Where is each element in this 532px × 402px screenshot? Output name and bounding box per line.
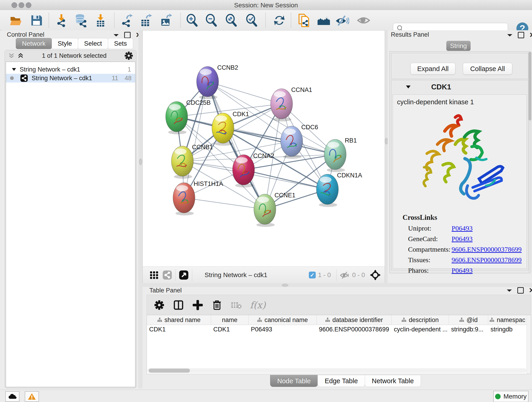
export-image-button[interactable] bbox=[159, 13, 173, 27]
network-graph[interactable]: CCNB2CCNA1CDC25BCDK1CDC6RB1CCNB1CCNA2CDK… bbox=[143, 31, 385, 267]
results-scrollbar[interactable] bbox=[528, 51, 532, 273]
table-cell[interactable]: CDK1 bbox=[147, 325, 211, 334]
node-cdkn1a[interactable] bbox=[317, 174, 338, 207]
zoom-in-button[interactable] bbox=[185, 13, 199, 27]
show-columns-button[interactable] bbox=[172, 298, 185, 312]
import-network-button[interactable] bbox=[54, 13, 68, 27]
duplicate-network-button[interactable] bbox=[297, 13, 311, 27]
memory-button[interactable]: Memory bbox=[493, 391, 529, 402]
hide-selected-button[interactable] bbox=[335, 13, 349, 27]
network-view-mode-icon[interactable] bbox=[162, 270, 172, 280]
tab-network-table[interactable]: Network Table bbox=[365, 375, 421, 387]
expand-all-chevron-icon[interactable] bbox=[17, 52, 24, 59]
edge-ccnb2-ccna1[interactable] bbox=[208, 82, 282, 104]
tree-expand-icon[interactable] bbox=[12, 67, 17, 71]
first-neighbors-button[interactable] bbox=[317, 13, 331, 27]
column-header-name[interactable]: name bbox=[211, 315, 249, 325]
results-scrollbar-thumb[interactable] bbox=[529, 52, 531, 121]
grid-view-icon[interactable] bbox=[150, 270, 159, 280]
network-collection-row[interactable]: String Network – cdk1 1 bbox=[6, 65, 135, 74]
left-splitter[interactable] bbox=[138, 30, 143, 388]
collapse-all-button[interactable]: Collapse All bbox=[463, 63, 512, 75]
bottom-splitter-grip[interactable] bbox=[282, 284, 288, 287]
panel-close-icon[interactable]: ✕ bbox=[529, 287, 532, 294]
import-table-button[interactable] bbox=[93, 13, 108, 27]
node-ccnb1[interactable] bbox=[171, 146, 193, 179]
node-ccne1[interactable] bbox=[254, 194, 276, 227]
column-header-canonical-name[interactable]: canonical name bbox=[249, 315, 317, 325]
collapse-all-chevron-icon[interactable] bbox=[8, 52, 15, 59]
refresh-layout-button[interactable] bbox=[272, 13, 286, 27]
birds-eye-view-icon[interactable] bbox=[179, 270, 189, 280]
table-cell[interactable]: CDK1 bbox=[211, 325, 249, 334]
node-cdc6[interactable] bbox=[281, 126, 303, 159]
table-cell[interactable]: 9606.ENSP00000378699 bbox=[317, 325, 392, 334]
expand-all-button[interactable]: Expand All bbox=[410, 63, 456, 75]
node-ccnb2[interactable] bbox=[196, 66, 219, 99]
save-session-button[interactable] bbox=[29, 13, 44, 27]
edge-ccne1-hist1h1a[interactable] bbox=[184, 198, 265, 209]
tab-network[interactable]: Network bbox=[16, 38, 52, 49]
table-horizontal-scrollbar[interactable] bbox=[147, 368, 526, 373]
crosslink-link[interactable]: P06493 bbox=[452, 224, 473, 232]
cdk1-section-header[interactable]: CDK1 bbox=[391, 80, 528, 94]
table-settings-button[interactable] bbox=[152, 298, 166, 312]
left-splitter-grip[interactable] bbox=[139, 159, 142, 165]
export-network-button[interactable] bbox=[119, 13, 133, 27]
column-header-database-identifier[interactable]: database identifier bbox=[317, 315, 392, 325]
import-network-database-button[interactable] bbox=[74, 13, 88, 27]
panel-menu-icon[interactable] bbox=[506, 288, 512, 292]
panel-menu-icon[interactable] bbox=[113, 33, 119, 37]
panel-float-icon[interactable] bbox=[518, 32, 524, 38]
section-collapse-icon[interactable] bbox=[405, 85, 411, 89]
panel-float-icon[interactable] bbox=[124, 32, 131, 38]
column-header-namespac[interactable]: namespac bbox=[488, 315, 527, 325]
node-cdk1[interactable] bbox=[212, 113, 234, 146]
crosslink-link[interactable]: 9606.ENSP00000378699 bbox=[452, 256, 522, 264]
panel-close-icon[interactable]: ✕ bbox=[529, 32, 532, 38]
bottom-splitter[interactable] bbox=[143, 283, 532, 287]
delete-column-button[interactable] bbox=[210, 298, 224, 312]
node-cdc25b[interactable] bbox=[166, 102, 188, 134]
table-row[interactable]: CDK1CDK1P064939606.ENSP00000378699cyclin… bbox=[147, 325, 527, 334]
panel-menu-icon[interactable] bbox=[507, 33, 513, 37]
export-table-button[interactable] bbox=[139, 13, 153, 27]
tab-sets[interactable]: Sets bbox=[108, 38, 133, 49]
tab-select[interactable]: Select bbox=[78, 38, 108, 49]
zoom-fit-button[interactable] bbox=[224, 13, 239, 27]
table-cell[interactable]: cyclin-dependent ... bbox=[392, 325, 449, 334]
crosslink-link[interactable]: P06493 bbox=[452, 235, 473, 243]
warning-button[interactable] bbox=[25, 391, 39, 402]
hidden-eye-icon[interactable] bbox=[340, 271, 350, 279]
tab-edge-table[interactable]: Edge Table bbox=[317, 375, 365, 387]
show-all-button[interactable] bbox=[356, 13, 371, 27]
panel-float-icon[interactable] bbox=[517, 287, 524, 294]
crosslink-link[interactable]: P06493 bbox=[452, 267, 473, 274]
table-vertical-scrollbar[interactable] bbox=[526, 315, 530, 374]
table-cell[interactable]: P06493 bbox=[249, 325, 317, 334]
function-builder-button[interactable]: f(x) bbox=[250, 300, 266, 310]
tab-node-table[interactable]: Node Table bbox=[270, 375, 318, 387]
selected-checkbox-icon[interactable]: ✓ bbox=[309, 272, 316, 279]
network-view[interactable]: CCNB2CCNA1CDC25BCDK1CDC6RB1CCNB1CCNA2CDK… bbox=[143, 30, 385, 283]
gear-icon[interactable] bbox=[124, 51, 133, 60]
network-row-selected[interactable]: String Network – cdk1 11 48 bbox=[6, 74, 135, 83]
open-file-button[interactable] bbox=[9, 13, 23, 27]
delete-table-button[interactable] bbox=[229, 298, 243, 312]
pan-crosshair-icon[interactable] bbox=[370, 270, 380, 280]
table-scrollbar-thumb[interactable] bbox=[149, 369, 190, 373]
edge-ccnb2-ccne1[interactable] bbox=[208, 82, 265, 209]
cloud-button[interactable] bbox=[5, 391, 19, 402]
table-cell[interactable]: stringdb:9... bbox=[449, 325, 488, 334]
zoom-out-button[interactable] bbox=[204, 13, 219, 27]
zoom-selected-button[interactable] bbox=[245, 13, 259, 27]
table-cell[interactable]: stringdb bbox=[488, 325, 527, 334]
tab-style[interactable]: Style bbox=[51, 38, 78, 49]
node-hist1h1a[interactable] bbox=[173, 183, 195, 216]
column-header-@id[interactable]: @id bbox=[449, 315, 488, 325]
column-header-description[interactable]: description bbox=[392, 315, 449, 325]
add-column-button[interactable] bbox=[191, 298, 205, 312]
tab-string[interactable]: String bbox=[446, 41, 471, 51]
column-header-shared-name[interactable]: shared name bbox=[147, 315, 211, 325]
node-rb1[interactable] bbox=[324, 139, 346, 172]
